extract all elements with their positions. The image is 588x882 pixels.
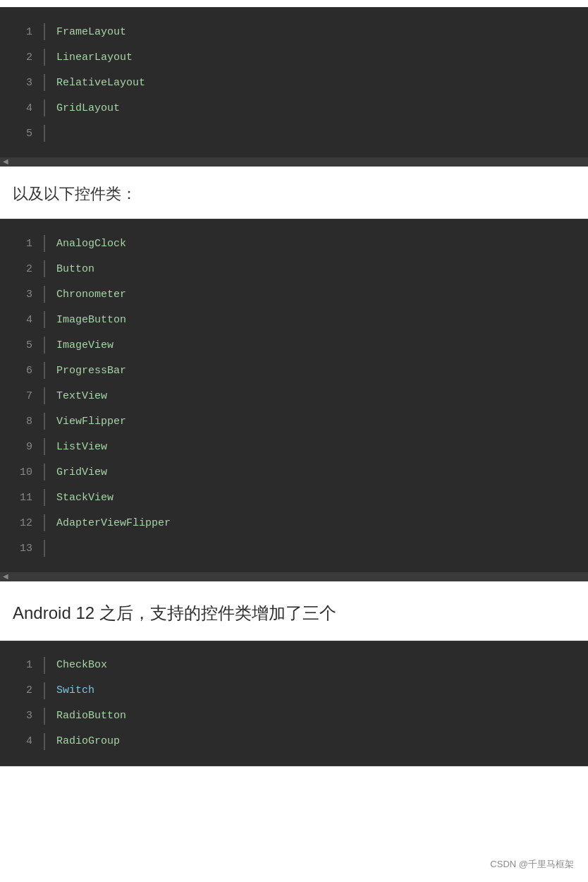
widget-num-12: 12 (11, 517, 32, 529)
widget-line-10: 10 GridView (0, 459, 588, 485)
line-num-3: 3 (11, 77, 32, 89)
widget-text-9: ListView (56, 441, 107, 453)
widget-line-2: 2 Button (0, 256, 588, 282)
widget-num-8: 8 (11, 416, 32, 428)
android12-heading: Android 12 之后，支持的控件类增加了三个 (0, 581, 588, 641)
code-text-2: LinearLayout (56, 52, 133, 64)
widget-line-4: 4 ImageButton (0, 307, 588, 332)
android12-num-2: 2 (11, 684, 32, 696)
layout-code-inner[interactable]: 1 FrameLayout 2 LinearLayout 3 RelativeL… (0, 8, 588, 157)
widget-sep-11 (44, 489, 45, 506)
widget-num-3: 3 (11, 289, 32, 301)
widget-text-6: ProgressBar (56, 365, 126, 377)
line-sep-3 (44, 74, 45, 91)
code-line-1: 1 FrameLayout (0, 19, 588, 44)
widget-text-11: StackView (56, 492, 114, 504)
widget-line-7: 7 TextView (0, 383, 588, 409)
widget-num-5: 5 (11, 339, 32, 351)
scrollbar-1[interactable]: ◀ (0, 157, 588, 166)
android12-text-3: RadioButton (56, 710, 126, 722)
android12-sep-3 (44, 708, 45, 725)
widget-num-10: 10 (11, 466, 32, 478)
android12-line-3: 3 RadioButton (0, 703, 588, 729)
widget-sep-1 (44, 235, 45, 252)
widget-num-1: 1 (11, 238, 32, 250)
widget-text-2: Button (56, 263, 94, 275)
line-num-5: 5 (11, 128, 32, 140)
widget-line-1: 1 AnalogClock (0, 231, 588, 256)
android12-line-4: 4 RadioGroup (0, 729, 588, 754)
scroll-arrow-2: ◀ (3, 573, 8, 580)
widget-text-5: ImageView (56, 339, 114, 351)
widget-line-11: 11 StackView (0, 485, 588, 510)
widget-sep-6 (44, 362, 45, 379)
code-text-3: RelativeLayout (56, 77, 145, 89)
android12-text-1: CheckBox (56, 659, 107, 671)
code-line-4: 4 GridLayout (0, 95, 588, 121)
line-num-2: 2 (11, 52, 32, 64)
code-text-4: GridLayout (56, 102, 120, 114)
code-line-2: 2 LinearLayout (0, 44, 588, 70)
widget-num-2: 2 (11, 263, 32, 275)
line-num-1: 1 (11, 26, 32, 38)
widget-line-6: 6 ProgressBar (0, 358, 588, 383)
widget-line-9: 9 ListView (0, 434, 588, 459)
widget-sep-8 (44, 413, 45, 430)
widget-num-13: 13 (11, 543, 32, 555)
widget-num-7: 7 (11, 390, 32, 402)
widget-num-4: 4 (11, 314, 32, 326)
widget-sep-3 (44, 286, 45, 303)
scroll-arrow-1: ◀ (3, 158, 8, 165)
code-line-5: 5 (0, 121, 588, 146)
line-sep-1 (44, 23, 45, 40)
widget-sep-12 (44, 514, 45, 531)
widget-num-6: 6 (11, 365, 32, 377)
widget-text-4: ImageButton (56, 314, 126, 326)
widget-text-1: AnalogClock (56, 238, 126, 250)
widget-line-3: 3 Chronometer (0, 282, 588, 307)
android12-sep-2 (44, 682, 45, 699)
android12-line-2: 2 Switch (0, 678, 588, 703)
widget-sep-4 (44, 311, 45, 328)
widget-sep-7 (44, 387, 45, 404)
watermark: CSDN @千里马框架 (490, 858, 574, 871)
widget-text-3: Chronometer (56, 289, 126, 301)
android12-num-1: 1 (11, 659, 32, 671)
widget-line-5: 5 ImageView (0, 332, 588, 358)
scrollbar-2[interactable]: ◀ (0, 572, 588, 581)
line-num-4: 4 (11, 102, 32, 114)
widget-text-12: AdapterViewFlipper (56, 517, 171, 529)
page-content: 1 FrameLayout 2 LinearLayout 3 RelativeL… (0, 0, 588, 773)
android12-line-1: 1 CheckBox (0, 653, 588, 678)
widget-sep-2 (44, 260, 45, 277)
android12-code-inner[interactable]: 1 CheckBox 2 Switch 3 RadioButton 4 Radi… (0, 641, 588, 766)
widget-line-13: 13 (0, 536, 588, 561)
widget-text-10: GridView (56, 466, 107, 478)
android12-sep-4 (44, 733, 45, 750)
widget-text-7: TextView (56, 390, 107, 402)
layout-code-block: 1 FrameLayout 2 LinearLayout 3 RelativeL… (0, 7, 588, 167)
widget-line-8: 8 ViewFlipper (0, 409, 588, 434)
android12-text-2: Switch (56, 684, 94, 696)
line-sep-5 (44, 125, 45, 142)
line-sep-4 (44, 99, 45, 116)
code-text-1: FrameLayout (56, 26, 126, 38)
widget-num-9: 9 (11, 441, 32, 453)
android12-sep-1 (44, 657, 45, 674)
widget-line-12: 12 AdapterViewFlipper (0, 510, 588, 536)
widget-sep-5 (44, 337, 45, 354)
widget-section-heading: 以及以下控件类： (0, 167, 588, 219)
android12-num-4: 4 (11, 735, 32, 747)
android12-num-3: 3 (11, 710, 32, 722)
widget-text-8: ViewFlipper (56, 416, 126, 428)
android12-text-4: RadioGroup (56, 735, 120, 747)
code-line-3: 3 RelativeLayout (0, 70, 588, 95)
widget-sep-10 (44, 464, 45, 481)
widget-code-inner[interactable]: 1 AnalogClock 2 Button 3 Chronometer 4 I… (0, 219, 588, 572)
widget-code-block: 1 AnalogClock 2 Button 3 Chronometer 4 I… (0, 219, 588, 581)
widget-num-11: 11 (11, 492, 32, 504)
widget-sep-13 (44, 540, 45, 557)
android12-code-block: 1 CheckBox 2 Switch 3 RadioButton 4 Radi… (0, 641, 588, 766)
widget-sep-9 (44, 438, 45, 455)
line-sep-2 (44, 49, 45, 66)
